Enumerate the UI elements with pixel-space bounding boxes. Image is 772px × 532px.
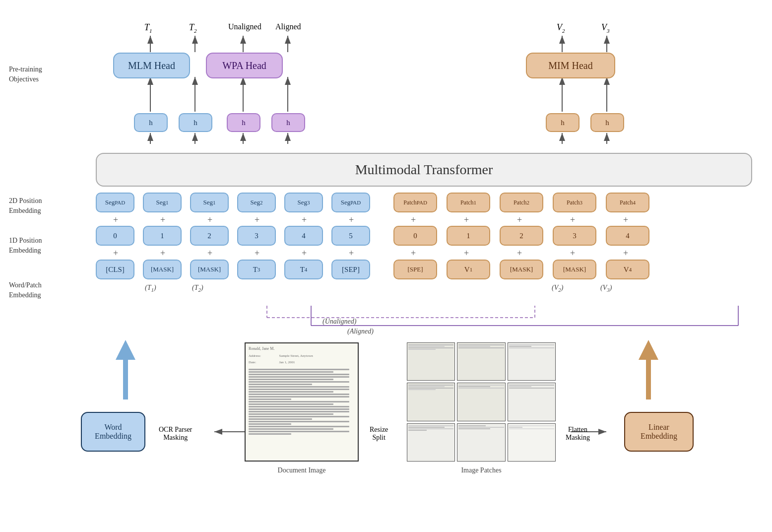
plus-22: + (623, 248, 628, 259)
spe-token: [SPE] (393, 260, 437, 279)
pos1d-label: 1D PositionEmbedding (9, 236, 42, 255)
pos-4: 4 (284, 226, 323, 246)
pretraining-label: Pre-trainingObjectives (9, 65, 42, 84)
mask-1: [MASK] (143, 260, 182, 279)
plus-12: + (113, 248, 118, 259)
document-label: Document Image (245, 466, 359, 474)
mlm-head: MLM Head (113, 53, 190, 78)
pos-0-1: 0 (96, 226, 134, 246)
seg-3: Seg3 (284, 193, 323, 212)
pos-5: 5 (331, 226, 370, 246)
unaligned-annot: (Unaligned) (322, 318, 356, 326)
plus-17: + (349, 248, 354, 259)
plus-2: + (160, 215, 165, 225)
plus-11: + (623, 215, 628, 225)
wordpatch-label: Word/PatchEmbedding (9, 280, 42, 300)
t2-top-label: T2 (189, 22, 197, 34)
plus-14: + (207, 248, 212, 259)
patch-pad: PatchPAD (393, 193, 437, 212)
plus-3: + (207, 215, 212, 225)
mask-4: [MASK] (553, 260, 596, 279)
h-box-6: h (590, 113, 624, 132)
v2-top-label: V2 (557, 22, 565, 34)
cls-token: [CLS] (96, 260, 134, 279)
linear-embedding-box: LinearEmbedding (624, 412, 694, 452)
patch-1: Patch1 (447, 193, 490, 212)
patch-4: Patch4 (606, 193, 649, 212)
plus-16: + (302, 248, 307, 259)
pos-3-2: 3 (553, 226, 596, 246)
wpa-head: WPA Head (206, 53, 283, 78)
v3-top-label: V3 (601, 22, 610, 34)
patch-3: Patch3 (553, 193, 596, 212)
word-embed-arrow-up (113, 340, 138, 401)
transformer-box: Multimodal Transformer (96, 153, 752, 187)
word-embedding-box: WordEmbedding (81, 412, 145, 452)
plus-8: + (464, 215, 469, 225)
t1-annot: (T1) (145, 284, 156, 293)
mask-2: [MASK] (190, 260, 229, 279)
plus-4: + (255, 215, 259, 225)
plus-1: + (113, 215, 118, 225)
ocr-label: OCR ParserMasking (159, 426, 192, 442)
t4-token: T4 (284, 260, 323, 279)
t2-annot: (T2) (192, 284, 203, 293)
pos-1: 1 (143, 226, 182, 246)
v1-token: V1 (447, 260, 490, 279)
plus-13: + (160, 248, 165, 259)
h-box-5: h (546, 113, 579, 132)
seg-2: Seg2 (237, 193, 276, 212)
t3-token: T3 (237, 260, 276, 279)
plus-7: + (411, 215, 416, 225)
plus-9: + (517, 215, 522, 225)
plus-6: + (349, 215, 354, 225)
v4-token: V4 (606, 260, 649, 279)
plus-20: + (517, 248, 522, 259)
pos-0-2: 0 (393, 226, 437, 246)
seg-pad-1: SegPAD (96, 193, 134, 212)
mim-head: MIM Head (526, 53, 615, 78)
flatten-label: FlattenMasking (566, 426, 590, 442)
pos2d-label: 2D PositionEmbedding (9, 196, 42, 215)
plus-19: + (464, 248, 469, 259)
seg-pad-2: SegPAD (331, 193, 370, 212)
resize-label: ResizeSplit (370, 426, 388, 442)
v3-annot: (V3) (600, 284, 612, 293)
pos-3: 3 (237, 226, 276, 246)
pos-1-2: 1 (447, 226, 490, 246)
unaligned-top-label: Unaligned (228, 22, 261, 31)
h-box-1: h (134, 113, 168, 132)
v2-annot: (V2) (552, 284, 563, 293)
plus-10: + (570, 215, 575, 225)
aligned-top-label: Aligned (275, 22, 301, 31)
h-box-4: h (271, 113, 305, 132)
plus-18: + (411, 248, 416, 259)
pos-4-2: 4 (606, 226, 649, 246)
plus-15: + (255, 248, 259, 259)
pos-2-2: 2 (500, 226, 543, 246)
linear-embed-arrow-up (636, 340, 661, 401)
plus-21: + (570, 248, 575, 259)
aligned-annot: (Aligned) (347, 328, 374, 335)
seg-1b: Seg1 (190, 193, 229, 212)
h-box-3: h (227, 113, 260, 132)
seg-1a: Seg1 (143, 193, 182, 212)
patches-label: Image Patches (407, 466, 556, 474)
plus-5: + (302, 215, 307, 225)
t1-top-label: T1 (144, 22, 152, 34)
image-patches (407, 342, 556, 462)
pos-2: 2 (190, 226, 229, 246)
mask-3: [MASK] (500, 260, 543, 279)
sep-token: [SEP] (331, 260, 370, 279)
document-image: Ronald, Jane M. Address: Sample Street, … (245, 342, 359, 462)
svg-marker-30 (639, 340, 658, 399)
svg-marker-29 (116, 340, 135, 399)
patch-2: Patch2 (500, 193, 543, 212)
h-box-2: h (179, 113, 212, 132)
